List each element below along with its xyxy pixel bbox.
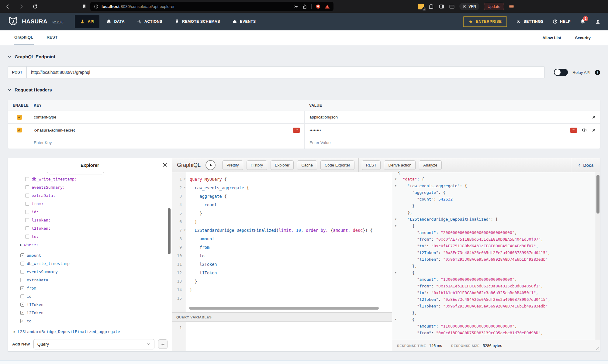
site-info-icon[interactable] [94,4,98,9]
notifications-button[interactable]: 1 [580,19,586,25]
endpoint-section-header[interactable]: GraphQL Endpoint [8,54,600,59]
password-manager-icon[interactable]: ••• [570,128,577,133]
graphql-endpoint-input[interactable]: http://localhost:8080/v1/graphql [26,66,545,78]
toolbar-button-analyze[interactable]: Analyze [419,160,441,170]
new-header-value-input[interactable]: Enter Value [304,136,600,149]
checkbox[interactable] [25,235,29,239]
vpn-button[interactable]: VPN [459,3,479,10]
nav-tab-api[interactable]: API [75,15,99,28]
query-variables-editor[interactable]: 1 [172,322,392,351]
explorer-arg-id[interactable]: id: [8,208,172,216]
checkbox[interactable]: ✓ [20,319,24,323]
relay-api-toggle[interactable] [554,69,568,76]
account-icon[interactable] [595,19,601,25]
remove-header-icon[interactable] [592,128,596,132]
notes-extension-icon[interactable]: 1 [418,4,424,9]
browser-back-icon[interactable] [5,4,11,9]
explorer-field-to[interactable]: ✓to [8,317,172,325]
reveal-value-icon[interactable] [582,127,587,133]
checkbox[interactable] [20,294,24,298]
link-allow-list[interactable]: Allow List [542,36,561,40]
checkbox[interactable]: ✓ [20,303,24,307]
new-header-key-input[interactable]: Enter Key [34,140,304,145]
share-icon[interactable] [302,4,307,9]
explorer-arg-extradata[interactable]: extraData: [8,191,172,200]
warning-icon[interactable] [325,4,330,9]
ghost-extension-icon[interactable] [428,4,434,9]
brave-shield-icon[interactable] [316,4,321,9]
checkbox[interactable] [25,210,29,214]
hasura-logo[interactable]: HASURA v2.23.0 [7,16,63,27]
settings-button[interactable]: SETTINGS [516,19,544,24]
add-new-button[interactable] [158,339,168,349]
checkbox[interactable]: ✓ [20,311,24,315]
relay-info-icon[interactable]: i [595,70,600,75]
explorer-close-icon[interactable] [162,162,168,167]
checkbox[interactable] [20,270,24,274]
checkbox[interactable] [25,226,29,230]
checkbox[interactable] [25,185,29,189]
explorer-arg-from[interactable]: from: [8,200,172,208]
checkbox[interactable]: ✓ [20,286,24,290]
explorer-arg-db-write-timestamp[interactable]: db_write_timestamp: [8,175,172,183]
explorer-scrollbar[interactable] [168,208,171,254]
checkbox[interactable] [20,262,24,266]
explorer-field-l2token[interactable]: ✓l2Token [8,309,172,317]
editor-horizontal-scrollbar[interactable] [189,307,379,310]
add-new-type-select[interactable]: Query [33,339,154,349]
response-viewer[interactable]: {▼ "data": {▼ "raw_events_aggregate": { … [392,169,600,340]
explorer-field-l2standardbridge-depositfinalized-by-pk[interactable]: ▶L2StandardBridge_DepositFinalized_by_pk [8,336,172,337]
checkbox[interactable] [25,177,29,181]
explorer-field-id[interactable]: id [8,292,172,300]
header-enable-checkbox[interactable]: ✓ [17,128,22,132]
browser-reload-icon[interactable] [32,4,38,9]
remove-header-icon[interactable] [592,115,596,119]
sidebar-toggle-icon[interactable] [439,4,444,9]
resize-handle-icon[interactable] [596,347,599,350]
nav-tab-data[interactable]: DATA [101,15,130,28]
browser-menu-icon[interactable] [509,4,514,9]
checkbox[interactable]: ✓ [20,253,24,257]
explorer-field-eventssummary[interactable]: eventsSummary [8,268,172,276]
explorer-arg-to[interactable]: to: [8,232,172,241]
toolbar-button-history[interactable]: History [247,160,267,170]
query-variables-header[interactable]: QUERY VARIABLES [172,312,392,322]
bookmark-icon[interactable] [82,4,87,9]
explorer-field-from[interactable]: ✓from [8,284,172,292]
explorer-field-extradata[interactable]: extraData [8,276,172,284]
query-editor[interactable]: 1▼2▼34567▼89101112131415 query MyQuery {… [172,172,392,312]
password-key-icon[interactable] [293,4,298,9]
explorer-field-l1token[interactable]: ✓l1Token [8,300,172,309]
help-button[interactable]: HELP [553,19,571,24]
checkbox[interactable] [25,202,29,206]
header-key-input[interactable]: content-type [34,115,56,119]
header-enable-checkbox[interactable]: ✓ [17,115,22,120]
explorer-arg-where[interactable]: ▶where: [8,241,172,249]
explorer-field-l2standardbridge-depositfinalized-aggregate[interactable]: ▶L2StandardBridge_DepositFinalized_aggre… [8,328,172,336]
toolbar-button-code-exporter[interactable]: Code Exporter [320,160,354,170]
nav-tab-actions[interactable]: ACTIONS [132,15,168,28]
address-bar[interactable]: localhost:8080/console/api/api-explorer [90,2,333,11]
password-manager-icon[interactable]: ••• [293,128,300,133]
header-key-input[interactable]: x-hasura-admin-secret [34,128,75,132]
browser-forward-icon[interactable] [19,4,24,9]
explorer-arg-l2token[interactable]: l2Token: [8,224,172,232]
nav-tab-remote-schemas[interactable]: REMOTE SCHEMAS [169,15,225,28]
explorer-field-amount[interactable]: ✓amount [8,251,172,259]
explorer-arg-l1token[interactable]: l1Token: [8,216,172,224]
header-value-input[interactable]: application/json [309,115,338,119]
toolbar-button-prettify[interactable]: Prettify [222,160,243,170]
checkbox[interactable] [25,218,29,222]
toolbar-button-cache[interactable]: Cache [297,160,317,170]
wallet-icon[interactable] [449,4,455,9]
checkbox[interactable] [25,194,29,197]
browser-update-button[interactable]: Update [484,3,504,10]
toolbar-button-explorer[interactable]: Explorer [271,160,294,170]
response-scrollbar-thumb[interactable] [596,175,599,214]
checkbox[interactable] [20,278,24,282]
headers-section-header[interactable]: Request Headers [8,87,600,92]
toolbar-button-rest[interactable]: REST [362,160,381,170]
nav-tab-events[interactable]: EVENTS [227,15,261,28]
link-security[interactable]: Security [575,36,591,40]
header-value-input[interactable]: •••••••• [309,128,321,132]
